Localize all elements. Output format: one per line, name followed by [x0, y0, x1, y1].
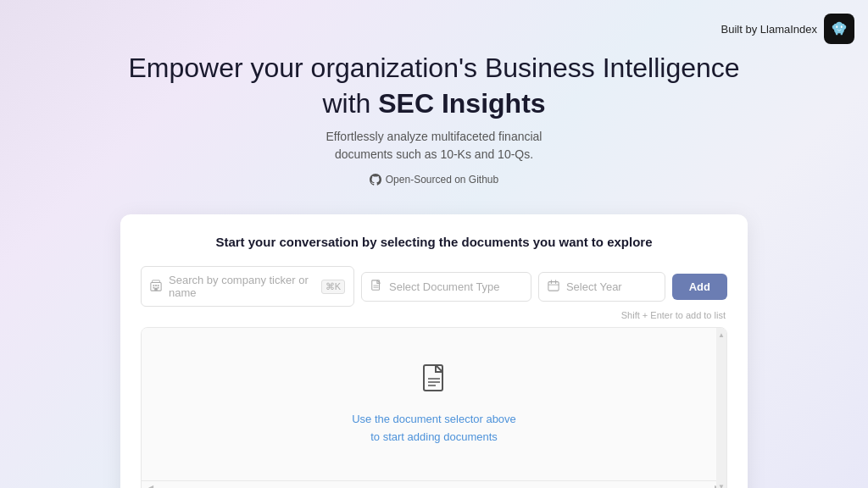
svg-rect-3 — [158, 285, 159, 286]
horizontal-scrollbar[interactable]: ◀ ▶ — [142, 480, 726, 488]
svg-rect-2 — [155, 285, 157, 286]
year-field[interactable]: Select Year — [538, 272, 665, 302]
doc-type-placeholder: Select Document Type — [389, 280, 500, 293]
search-placeholder: Search by company ticker or name — [169, 274, 314, 299]
search-field[interactable]: Search by company ticker or name ⌘K — [141, 266, 354, 307]
svg-rect-7 — [153, 280, 160, 283]
doc-list-container: Use the document selector above to start… — [141, 327, 727, 488]
document-icon — [370, 280, 382, 294]
building-icon — [150, 280, 162, 294]
github-icon — [370, 174, 381, 186]
add-hint: Shift + Enter to add to list — [141, 310, 727, 320]
add-button[interactable]: Add — [672, 274, 727, 300]
doc-list-inner: Use the document selector above to start… — [142, 328, 726, 480]
search-row: Search by company ticker or name ⌘K Sele… — [141, 266, 727, 307]
built-by-label: Built by LlamaIndex — [721, 23, 817, 36]
search-kbd: ⌘K — [321, 280, 345, 294]
empty-state-text: Use the document selector above to start… — [352, 411, 516, 446]
empty-highlight: document selector above — [393, 413, 516, 425]
empty-document-icon — [417, 362, 451, 402]
calendar-icon — [548, 280, 559, 294]
hero-subtitle: Effortlessly analyze multifaceted financ… — [0, 128, 868, 164]
llama-logo — [824, 14, 854, 44]
doc-type-field[interactable]: Select Document Type — [361, 272, 531, 302]
top-bar: Built by LlamaIndex — [721, 14, 854, 44]
year-placeholder: Select Year — [566, 280, 622, 293]
main-card: Start your conversation by selecting the… — [120, 214, 748, 488]
scroll-left-button[interactable]: ◀ — [145, 484, 157, 488]
github-label: Open-Sourced on Github — [386, 174, 498, 186]
svg-rect-5 — [158, 286, 159, 288]
hero-title: Empower your organization's Business Int… — [0, 51, 868, 121]
scroll-down-button[interactable]: ▼ — [716, 480, 726, 488]
svg-rect-11 — [548, 281, 559, 291]
svg-rect-4 — [153, 286, 155, 288]
svg-rect-6 — [154, 287, 158, 291]
svg-rect-1 — [153, 285, 155, 286]
vertical-scrollbar[interactable]: ▲ ▼ — [716, 328, 726, 488]
scroll-up-button[interactable]: ▲ — [716, 328, 726, 341]
card-title: Start your conversation by selecting the… — [141, 235, 727, 249]
github-link[interactable]: Open-Sourced on Github — [370, 174, 498, 186]
